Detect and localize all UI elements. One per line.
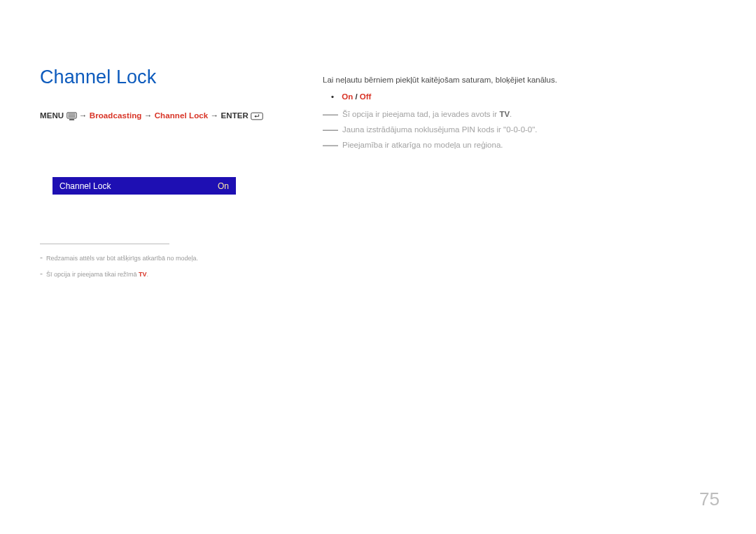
option-on: On: [342, 92, 353, 101]
nav-channel-lock: Channel Lock: [155, 111, 209, 120]
svg-rect-1: [68, 113, 76, 114]
footnote-1: - Redzamais attēls var būt atšķirīgs atk…: [40, 250, 299, 266]
menu-icon: [66, 112, 77, 121]
left-column: Channel Lock MENU → Broadcasting → Chann…: [40, 66, 299, 282]
ui-preview: Channel Lock On: [52, 177, 236, 195]
svg-rect-3: [68, 116, 76, 117]
menu-row-value: On: [218, 181, 229, 191]
page-title: Channel Lock: [40, 66, 299, 88]
option-off: Off: [360, 92, 372, 101]
footnotes: - Redzamais attēls var būt atšķirīgs atk…: [40, 250, 299, 282]
note-3: ― Pieejamība ir atkarīga no modeļa un re…: [323, 138, 673, 153]
note-dash-icon: ―: [323, 137, 338, 153]
right-column: Lai neļautu bērniem piekļūt kaitējošam s…: [323, 73, 673, 153]
nav-arrow-1: →: [79, 111, 88, 120]
note-1-text: Šī opcija ir pieejama tad, ja ievades av…: [342, 107, 512, 122]
footnote-dash-icon: -: [40, 250, 43, 266]
option-onoff: On / Off: [331, 90, 673, 104]
nav-enter-label: ENTER: [220, 111, 248, 120]
footnote-divider: [40, 244, 169, 244]
note-2-text: Jauna izstrādājuma noklusējuma PIN kods …: [342, 122, 538, 137]
breadcrumb: MENU → Broadcasting → Channel Lock → ENT…: [40, 111, 299, 121]
footnote-2: - Šī opcija ir pieejama tikai režīmā TV.: [40, 266, 299, 282]
intro-text: Lai neļautu bērniem piekļūt kaitējošam s…: [323, 73, 673, 87]
note-dash-icon: ―: [323, 122, 338, 137]
footnote-2-text: Šī opcija ir pieejama tikai režīmā TV.: [46, 269, 148, 281]
enter-icon: [251, 112, 263, 121]
footnote-dash-icon: -: [40, 266, 43, 282]
footnote-1-text: Redzamais attēls var būt atšķirīgs atkar…: [46, 253, 198, 265]
note-2: ― Jauna izstrādājuma noklusējuma PIN kod…: [323, 122, 673, 138]
option-list: On / Off: [331, 90, 673, 104]
menu-row-label: Channel Lock: [59, 181, 111, 191]
page-number: 75: [699, 489, 720, 510]
nav-broadcasting: Broadcasting: [90, 111, 142, 120]
notes: ― Šī opcija ir pieejama tad, ja ievades …: [323, 107, 673, 153]
menu-row-channel-lock[interactable]: Channel Lock On: [52, 177, 236, 195]
svg-rect-2: [68, 115, 76, 115]
note-dash-icon: ―: [323, 106, 338, 122]
nav-arrow-3: →: [211, 111, 219, 120]
nav-arrow-2: →: [144, 111, 153, 120]
note-3-text: Pieejamība ir atkarīga no modeļa un reģi…: [342, 138, 503, 153]
note-1: ― Šī opcija ir pieejama tad, ja ievades …: [323, 107, 673, 122]
nav-menu-label: MENU: [40, 111, 64, 120]
svg-rect-4: [69, 119, 74, 120]
page: Channel Lock MENU → Broadcasting → Chann…: [0, 0, 756, 534]
